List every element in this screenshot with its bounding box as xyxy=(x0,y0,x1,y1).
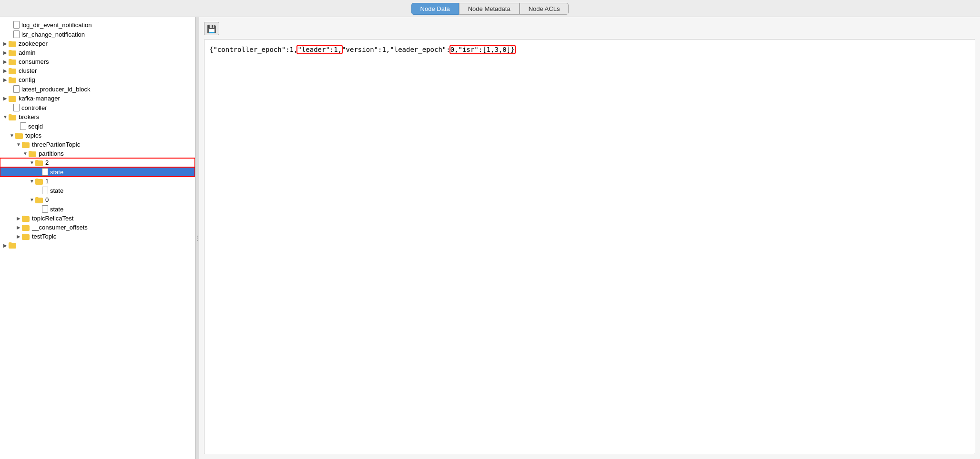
tree-item-three-partion-topic[interactable]: ▼ threePartionTopic xyxy=(0,140,195,149)
folder-icon xyxy=(22,233,31,240)
tree-item-more[interactable]: ▶ xyxy=(0,241,195,249)
tree-item-partition-1[interactable]: ▼ 1 xyxy=(0,177,195,186)
tree-label: 0 xyxy=(45,196,49,203)
tree-label: consumers xyxy=(19,58,49,65)
arrow-expand: ▶ xyxy=(15,234,22,239)
tree-item-consumers[interactable]: ▶ consumers xyxy=(0,57,195,66)
tree-item-brokers[interactable]: ▼ brokers xyxy=(0,112,195,121)
tree-item-log-dir-event[interactable]: log_dir_event_notification xyxy=(0,20,195,30)
tree-label: brokers xyxy=(19,113,39,120)
tree-item-state-1[interactable]: state xyxy=(0,186,195,195)
folder-icon xyxy=(22,141,31,148)
tree-label: seqid xyxy=(28,123,43,130)
tree-item-partition-2[interactable]: ▼ 2 xyxy=(0,158,195,167)
tab-node-metadata[interactable]: Node Metadata xyxy=(459,3,520,15)
tree-label: __consumer_offsets xyxy=(32,224,88,231)
file-icon xyxy=(42,168,49,176)
tree-label: kafka-manager xyxy=(19,95,60,102)
tree-item-test-topic[interactable]: ▶ testTopic xyxy=(0,232,195,241)
tree-item-config[interactable]: ▶ config xyxy=(0,75,195,84)
tree-item-state-2[interactable]: state xyxy=(0,167,195,177)
tree-item-partition-0[interactable]: ▼ 0 xyxy=(0,195,195,204)
folder-icon xyxy=(22,224,31,231)
folder-icon xyxy=(9,40,17,47)
data-text-leader-highlight: "leader":1, xyxy=(297,46,342,53)
file-icon xyxy=(13,30,20,38)
tree-label: partitions xyxy=(39,150,64,157)
data-text-middle: "version":1,"leader_epoch": xyxy=(342,46,450,53)
tree-label: 2 xyxy=(45,159,49,166)
folder-icon xyxy=(35,178,44,185)
folder-icon xyxy=(9,95,17,102)
tree-item-consumer-offsets[interactable]: ▶ __consumer_offsets xyxy=(0,223,195,232)
folder-icon xyxy=(35,160,44,166)
tree-label: latest_producer_id_block xyxy=(21,86,91,93)
tree-label: 1 xyxy=(45,178,49,185)
splitter[interactable] xyxy=(195,17,199,459)
file-icon xyxy=(13,104,20,111)
folder-icon xyxy=(9,59,17,65)
arrow-collapse: ▼ xyxy=(22,151,29,156)
folder-icon xyxy=(15,132,24,139)
tree-item-zookeeper[interactable]: ▶ zookeeper xyxy=(0,39,195,48)
arrow-expand: ▶ xyxy=(2,96,9,101)
arrow-collapse: ▼ xyxy=(9,133,15,138)
tree-item-controller[interactable]: controller xyxy=(0,103,195,112)
folder-icon xyxy=(9,77,17,83)
arrow-expand: ▶ xyxy=(2,59,9,64)
arrow-collapse: ▼ xyxy=(15,142,22,147)
tree-label: zookeeper xyxy=(19,40,48,47)
tree-label: controller xyxy=(21,104,47,111)
folder-icon xyxy=(22,215,31,222)
arrow-expand: ▶ xyxy=(2,77,9,82)
folder-icon xyxy=(29,150,37,157)
folder-icon xyxy=(35,197,44,203)
tree-item-admin[interactable]: ▶ admin xyxy=(0,48,195,57)
arrow-expand: ▶ xyxy=(2,68,9,73)
main-area: log_dir_event_notification isr_change_no… xyxy=(0,17,980,459)
file-icon xyxy=(42,187,49,194)
tree-item-state-0[interactable]: state xyxy=(0,204,195,214)
arrow-collapse: ▼ xyxy=(2,114,9,120)
data-content-area: {"controller_epoch":1,"leader":1,"versio… xyxy=(204,39,975,454)
tree-item-latest-producer[interactable]: latest_producer_id_block xyxy=(0,84,195,94)
folder-icon xyxy=(9,68,17,74)
tree-item-cluster[interactable]: ▶ cluster xyxy=(0,66,195,75)
tree-item-topics[interactable]: ▼ topics xyxy=(0,131,195,140)
file-icon xyxy=(20,122,27,130)
tree-item-kafka-manager[interactable]: ▶ kafka-manager xyxy=(0,94,195,103)
tree-item-topic-relica-test[interactable]: ▶ topicRelicaTest xyxy=(0,214,195,223)
arrow-expand: ▶ xyxy=(15,216,22,221)
tree-panel: log_dir_event_notification isr_change_no… xyxy=(0,17,195,459)
save-button[interactable]: 💾 xyxy=(204,22,219,35)
data-text-prefix: {"controller_epoch":1, xyxy=(209,46,297,53)
tree-item-partitions[interactable]: ▼ partitions xyxy=(0,149,195,158)
toolbar: 💾 xyxy=(204,22,975,35)
file-icon xyxy=(13,85,20,93)
tree-label: cluster xyxy=(19,67,37,74)
content-panel: 💾 {"controller_epoch":1,"leader":1,"vers… xyxy=(199,17,980,459)
tree-label: state xyxy=(50,169,63,176)
folder-icon xyxy=(9,242,17,249)
tree-label: topics xyxy=(25,132,41,139)
folder-icon xyxy=(9,114,17,120)
arrow-expand: ▶ xyxy=(15,225,22,230)
tree-label: state xyxy=(50,206,63,213)
tree-label: isr_change_notification xyxy=(21,31,85,38)
tab-node-acls[interactable]: Node ACLs xyxy=(520,3,569,15)
tree-label: state xyxy=(50,187,63,194)
tree-label: config xyxy=(19,76,35,83)
file-icon xyxy=(13,21,20,29)
arrow-collapse: ▼ xyxy=(29,179,35,184)
tree-label: admin xyxy=(19,49,35,56)
tree-item-seqid[interactable]: seqid xyxy=(0,121,195,131)
tree-label: testTopic xyxy=(32,233,56,240)
tree-label: log_dir_event_notification xyxy=(21,21,92,29)
tree-label: topicRelicaTest xyxy=(32,215,73,222)
arrow-expand: ▶ xyxy=(2,50,9,55)
tree-item-isr-change[interactable]: isr_change_notification xyxy=(0,30,195,39)
tree-label: threePartionTopic xyxy=(32,141,80,148)
tab-node-data[interactable]: Node Data xyxy=(411,3,459,15)
arrow-collapse: ▼ xyxy=(29,160,35,165)
arrow-expand: ▶ xyxy=(2,41,9,46)
